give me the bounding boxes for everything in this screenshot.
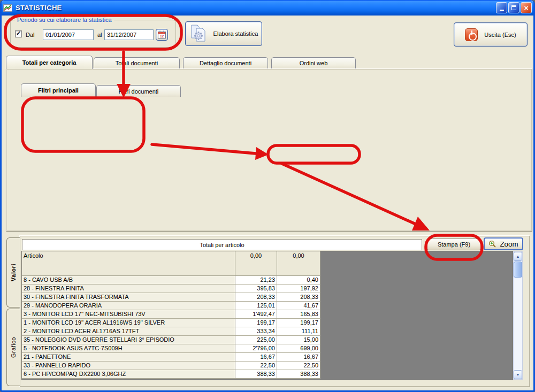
column-header: Articolo bbox=[22, 251, 235, 276]
date-from-input[interactable]: 01/01/2007 bbox=[43, 29, 94, 40]
calendar-icon: 12 bbox=[157, 30, 166, 40]
table-row[interactable]: 8 - CAVO USB A/B 21,23 0,40 bbox=[22, 276, 513, 285]
value-cell: 333,34 bbox=[235, 327, 277, 336]
value-cell: 199,17 bbox=[277, 319, 320, 327]
filter-tab[interactable]: Filtri principali bbox=[21, 83, 96, 97]
table-row[interactable]: 35 - NOLEGGIO DVD GUERRE STELLARI 3° EPI… bbox=[22, 336, 513, 344]
value-cell: 208,33 bbox=[235, 293, 277, 302]
value-cell: 22,50 bbox=[277, 362, 320, 370]
article-cell: 29 - MANODOPERA ORARIA bbox=[22, 302, 235, 310]
value-cell: 225,00 bbox=[235, 336, 277, 344]
titlebar: STATISTICHE × bbox=[0, 0, 535, 16]
maximize-button[interactable] bbox=[508, 2, 519, 13]
results-side-tab[interactable]: Valori bbox=[6, 237, 20, 308]
period-enabled-checkbox[interactable] bbox=[15, 30, 22, 37]
chart-app-icon bbox=[3, 4, 13, 12]
value-cell: 2'796,00 bbox=[235, 344, 277, 353]
value-cell: 41,67 bbox=[277, 302, 320, 310]
scroll-down-icon[interactable]: ▼ bbox=[514, 370, 522, 379]
main-tab[interactable]: Dettaglio documenti bbox=[183, 57, 268, 68]
table-row[interactable]: 29 - MANODOPERA ORARIA 125,01 41,67 bbox=[22, 302, 513, 310]
close-button[interactable]: × bbox=[521, 2, 532, 13]
window-title: STATISTICHE bbox=[16, 4, 62, 12]
column-header: 0,00 bbox=[235, 251, 277, 276]
value-cell: 199,17 bbox=[235, 319, 277, 327]
article-cell: 28 - FINESTRA FINITA bbox=[22, 285, 235, 293]
elabora-pages-gear-icon bbox=[189, 24, 210, 43]
value-cell: 125,01 bbox=[235, 302, 277, 310]
table-row[interactable]: 21 - PANETTONE 16,67 16,67 bbox=[22, 353, 513, 362]
main-tab[interactable]: Totali per categoria bbox=[6, 56, 93, 69]
value-cell: 111,11 bbox=[277, 327, 320, 336]
article-cell: 8 - CAVO USB A/B bbox=[22, 276, 235, 285]
main-tab[interactable]: Totali documenti bbox=[94, 57, 180, 68]
main-tab-label: Ordini web bbox=[300, 60, 328, 66]
value-cell: 165,83 bbox=[277, 310, 320, 319]
svg-text:12: 12 bbox=[160, 34, 164, 38]
value-cell: 22,50 bbox=[235, 362, 277, 370]
minimize-icon bbox=[500, 10, 504, 11]
value-cell: 208,33 bbox=[277, 293, 320, 302]
app-window: STATISTICHE × Periodo su cui elaborare l… bbox=[0, 0, 535, 392]
date-to-input[interactable]: 31/12/2007 bbox=[104, 29, 154, 40]
value-cell: 388,33 bbox=[277, 370, 320, 379]
window-controls: × bbox=[496, 2, 532, 13]
value-cell: 197,92 bbox=[277, 285, 320, 293]
article-cell: 3 - MONITOR LCD 17'' NEC-MITSUBISHI 73V bbox=[22, 310, 235, 319]
zoom-label: Zoom bbox=[500, 240, 518, 248]
vertical-scrollbar[interactable]: ▲ ▼ bbox=[513, 251, 523, 380]
filter-tab-label: Filtri documenti bbox=[119, 88, 159, 95]
minimize-button[interactable] bbox=[496, 2, 507, 13]
article-cell: 6 - PC HP/COMPAQ DX2200 3,06GHZ bbox=[22, 370, 235, 379]
al-label: al bbox=[97, 32, 102, 38]
maximize-icon bbox=[511, 5, 516, 10]
value-cell: 0,40 bbox=[277, 276, 320, 285]
side-tab-label: Valori bbox=[10, 264, 17, 281]
article-cell: 1 - MONITOR LCD 19'' ACER AL1916WS 19'' … bbox=[22, 319, 235, 327]
scroll-up-icon[interactable]: ▲ bbox=[514, 252, 522, 261]
table-row[interactable]: 3 - MONITOR LCD 17'' NEC-MITSUBISHI 73V … bbox=[22, 310, 513, 319]
side-tab-label: Grafico bbox=[10, 337, 17, 358]
period-group-label: Periodo su cui elaborare la statistica bbox=[15, 17, 114, 23]
table-row[interactable]: 28 - FINESTRA FINITA 395,83 197,92 bbox=[22, 285, 513, 293]
value-cell: 16,67 bbox=[235, 353, 277, 362]
table-row[interactable]: 5 - NOTEBOOK ASUS A7TC-7S009H 2'796,00 6… bbox=[22, 344, 513, 353]
table-row[interactable]: 2 - MONITOR LCD ACER AL1716AS 17TFT 333,… bbox=[22, 327, 513, 336]
value-cell: 16,67 bbox=[277, 353, 320, 362]
uscita-label: Uscita (Esc) bbox=[484, 32, 516, 38]
uscita-button[interactable]: Uscita (Esc) bbox=[454, 22, 528, 47]
filter-tab[interactable]: Filtri documenti bbox=[96, 85, 181, 97]
table-row[interactable]: 33 - PANNELLO RAPIDO 22,50 22,50 bbox=[22, 362, 513, 370]
main-tab[interactable]: Ordini web bbox=[271, 57, 356, 68]
article-cell: 30 - FINESTRA FINITA TRASFORMATA bbox=[22, 293, 235, 302]
article-cell: 35 - NOLEGGIO DVD GUERRE STELLARI 3° EPI… bbox=[22, 336, 235, 344]
scrollbar-thumb[interactable] bbox=[514, 262, 522, 278]
magnifier-plus-icon bbox=[488, 240, 496, 248]
main-tab-label: Dettaglio documenti bbox=[200, 60, 251, 66]
power-icon bbox=[465, 28, 478, 41]
filter-tab-label: Filtri principali bbox=[38, 87, 79, 94]
zoom-button[interactable]: Zoom bbox=[484, 237, 523, 250]
stampa-button[interactable]: Stampa (F9) bbox=[427, 239, 481, 250]
article-cell: 2 - MONITOR LCD ACER AL1716AS 17TFT bbox=[22, 327, 235, 336]
results-title-box: Totali per articolo bbox=[22, 239, 422, 250]
column-header: 0,00 bbox=[277, 251, 320, 276]
table-row[interactable]: 1 - MONITOR LCD 19'' ACER AL1916WS 19'' … bbox=[22, 319, 513, 327]
article-cell: 5 - NOTEBOOK ASUS A7TC-7S009H bbox=[22, 344, 235, 353]
table-row[interactable]: 30 - FINESTRA FINITA TRASFORMATA 208,33 … bbox=[22, 293, 513, 302]
value-cell: 21,23 bbox=[235, 276, 277, 285]
table-body: 8 - CAVO USB A/B 21,23 0,40 28 - FINESTR… bbox=[22, 276, 513, 379]
value-cell: 699,00 bbox=[277, 344, 320, 353]
dal-label: Dal bbox=[26, 32, 35, 38]
table-row[interactable]: 6 - PC HP/COMPAQ DX2200 3,06GHZ 388,33 3… bbox=[22, 370, 513, 379]
main-tab-label: Totali documenti bbox=[116, 60, 158, 66]
period-groupbox: Periodo su cui elaborare la statistica D… bbox=[10, 20, 176, 48]
value-cell: 395,83 bbox=[235, 285, 277, 293]
calendar-button[interactable]: 12 bbox=[156, 29, 168, 41]
value-cell: 1'492,47 bbox=[235, 310, 277, 319]
results-table: Articolo 0,00 0,00 8 - CAVO USB A/B 21,2… bbox=[21, 251, 513, 380]
elabora-statistica-button[interactable]: Elabora statistica bbox=[185, 21, 262, 46]
results-side-tab[interactable]: Grafico bbox=[6, 309, 20, 386]
main-tab-label: Totali per categoria bbox=[22, 59, 77, 66]
value-cell: 388,33 bbox=[235, 370, 277, 379]
